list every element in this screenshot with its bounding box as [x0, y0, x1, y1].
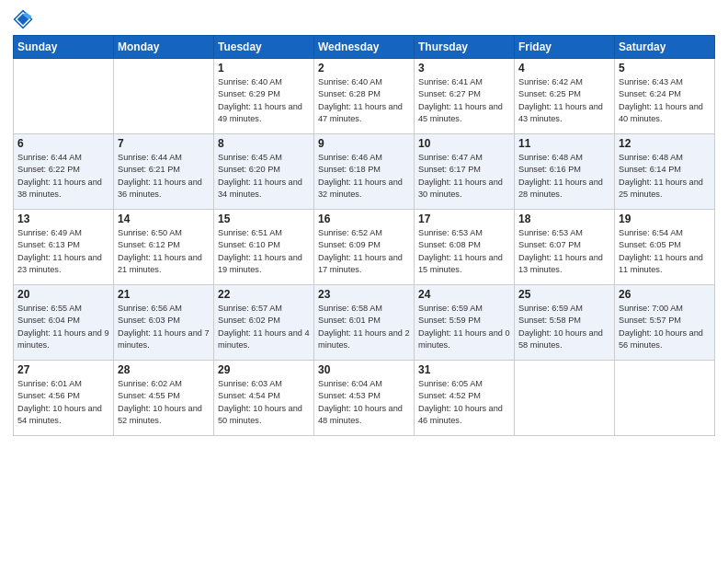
- day-number: 31: [418, 363, 510, 376]
- day-number: 13: [17, 213, 109, 225]
- calendar-cell: 28Sunrise: 6:02 AMSunset: 4:55 PMDayligh…: [114, 361, 214, 436]
- calendar-cell: [615, 361, 715, 436]
- day-number: 15: [218, 213, 310, 225]
- day-info: Sunrise: 6:02 AMSunset: 4:55 PMDaylight:…: [118, 378, 210, 427]
- day-info: Sunrise: 6:41 AMSunset: 6:27 PMDaylight:…: [418, 76, 510, 125]
- weekday-header-monday: Monday: [114, 36, 214, 59]
- weekday-header-sunday: Sunday: [14, 36, 114, 59]
- day-info: Sunrise: 6:53 AMSunset: 6:08 PMDaylight:…: [418, 227, 510, 276]
- week-row-4: 20Sunrise: 6:55 AMSunset: 6:04 PMDayligh…: [14, 285, 715, 361]
- calendar-cell: 26Sunrise: 7:00 AMSunset: 5:57 PMDayligh…: [615, 285, 715, 361]
- week-row-5: 27Sunrise: 6:01 AMSunset: 4:56 PMDayligh…: [14, 361, 715, 436]
- day-info: Sunrise: 6:52 AMSunset: 6:09 PMDaylight:…: [318, 227, 410, 276]
- weekday-header-thursday: Thursday: [415, 36, 515, 59]
- day-info: Sunrise: 6:03 AMSunset: 4:54 PMDaylight:…: [218, 378, 310, 427]
- day-number: 27: [17, 363, 109, 376]
- day-number: 29: [218, 363, 310, 376]
- day-number: 9: [318, 137, 410, 150]
- day-number: 10: [418, 137, 510, 150]
- day-info: Sunrise: 6:48 AMSunset: 6:14 PMDaylight:…: [619, 152, 711, 201]
- calendar-cell: 8Sunrise: 6:45 AMSunset: 6:20 PMDaylight…: [214, 134, 314, 210]
- calendar-cell: 6Sunrise: 6:44 AMSunset: 6:22 PMDaylight…: [14, 134, 114, 210]
- week-row-3: 13Sunrise: 6:49 AMSunset: 6:13 PMDayligh…: [14, 210, 715, 285]
- day-number: 12: [619, 137, 711, 150]
- week-row-1: 1Sunrise: 6:40 AMSunset: 6:29 PMDaylight…: [14, 59, 715, 134]
- calendar-cell: [14, 59, 114, 134]
- day-info: Sunrise: 6:47 AMSunset: 6:17 PMDaylight:…: [418, 152, 510, 201]
- calendar-body: 1Sunrise: 6:40 AMSunset: 6:29 PMDaylight…: [14, 59, 715, 436]
- day-number: 2: [318, 62, 410, 75]
- day-info: Sunrise: 6:59 AMSunset: 5:58 PMDaylight:…: [518, 303, 610, 351]
- day-info: Sunrise: 6:40 AMSunset: 6:29 PMDaylight:…: [218, 76, 310, 125]
- day-info: Sunrise: 6:40 AMSunset: 6:28 PMDaylight:…: [318, 76, 410, 125]
- calendar-cell: 18Sunrise: 6:53 AMSunset: 6:07 PMDayligh…: [515, 210, 615, 285]
- calendar-cell: 1Sunrise: 6:40 AMSunset: 6:29 PMDaylight…: [214, 59, 314, 134]
- calendar-cell: 3Sunrise: 6:41 AMSunset: 6:27 PMDaylight…: [415, 59, 515, 134]
- day-number: 8: [218, 137, 310, 150]
- day-info: Sunrise: 6:51 AMSunset: 6:10 PMDaylight:…: [218, 227, 310, 276]
- header: [13, 9, 715, 29]
- day-number: 17: [418, 213, 510, 225]
- logo: [13, 9, 37, 29]
- calendar-cell: 15Sunrise: 6:51 AMSunset: 6:10 PMDayligh…: [214, 210, 314, 285]
- calendar-header: SundayMondayTuesdayWednesdayThursdayFrid…: [14, 36, 715, 59]
- day-number: 30: [318, 363, 410, 376]
- day-info: Sunrise: 6:58 AMSunset: 6:01 PMDaylight:…: [318, 303, 410, 351]
- day-number: 5: [619, 62, 711, 75]
- day-info: Sunrise: 6:44 AMSunset: 6:22 PMDaylight:…: [17, 152, 109, 201]
- day-number: 23: [318, 288, 410, 301]
- calendar-cell: 17Sunrise: 6:53 AMSunset: 6:08 PMDayligh…: [415, 210, 515, 285]
- day-info: Sunrise: 6:04 AMSunset: 4:53 PMDaylight:…: [318, 378, 410, 427]
- calendar-cell: 13Sunrise: 6:49 AMSunset: 6:13 PMDayligh…: [14, 210, 114, 285]
- day-info: Sunrise: 6:46 AMSunset: 6:18 PMDaylight:…: [318, 152, 410, 201]
- calendar-cell: 5Sunrise: 6:43 AMSunset: 6:24 PMDaylight…: [615, 59, 715, 134]
- day-number: 3: [418, 62, 510, 75]
- calendar-cell: 31Sunrise: 6:05 AMSunset: 4:52 PMDayligh…: [415, 361, 515, 436]
- calendar-cell: 7Sunrise: 6:44 AMSunset: 6:21 PMDaylight…: [114, 134, 214, 210]
- calendar-cell: 12Sunrise: 6:48 AMSunset: 6:14 PMDayligh…: [615, 134, 715, 210]
- calendar-cell: 24Sunrise: 6:59 AMSunset: 5:59 PMDayligh…: [415, 285, 515, 361]
- page: SundayMondayTuesdayWednesdayThursdayFrid…: [0, 0, 728, 563]
- day-number: 11: [518, 137, 610, 150]
- calendar-cell: 14Sunrise: 6:50 AMSunset: 6:12 PMDayligh…: [114, 210, 214, 285]
- day-info: Sunrise: 6:01 AMSunset: 4:56 PMDaylight:…: [17, 378, 109, 427]
- day-info: Sunrise: 6:44 AMSunset: 6:21 PMDaylight:…: [118, 152, 210, 201]
- day-info: Sunrise: 6:57 AMSunset: 6:02 PMDaylight:…: [218, 303, 310, 351]
- calendar-cell: 2Sunrise: 6:40 AMSunset: 6:28 PMDaylight…: [314, 59, 415, 134]
- calendar-cell: 20Sunrise: 6:55 AMSunset: 6:04 PMDayligh…: [14, 285, 114, 361]
- weekday-header-wednesday: Wednesday: [314, 36, 415, 59]
- calendar-cell: 9Sunrise: 6:46 AMSunset: 6:18 PMDaylight…: [314, 134, 415, 210]
- day-number: 20: [17, 288, 109, 301]
- day-info: Sunrise: 6:42 AMSunset: 6:25 PMDaylight:…: [518, 76, 610, 125]
- calendar-cell: 29Sunrise: 6:03 AMSunset: 4:54 PMDayligh…: [214, 361, 314, 436]
- logo-icon: [13, 9, 33, 29]
- weekday-header-saturday: Saturday: [615, 36, 715, 59]
- day-number: 24: [418, 288, 510, 301]
- day-info: Sunrise: 6:56 AMSunset: 6:03 PMDaylight:…: [118, 303, 210, 351]
- weekday-header-tuesday: Tuesday: [214, 36, 314, 59]
- calendar-cell: [515, 361, 615, 436]
- calendar-table: SundayMondayTuesdayWednesdayThursdayFrid…: [13, 35, 715, 436]
- day-number: 21: [118, 288, 210, 301]
- day-number: 18: [518, 213, 610, 225]
- day-number: 25: [518, 288, 610, 301]
- day-number: 19: [619, 213, 711, 225]
- day-number: 26: [619, 288, 711, 301]
- day-number: 28: [118, 363, 210, 376]
- day-number: 14: [118, 213, 210, 225]
- day-info: Sunrise: 6:55 AMSunset: 6:04 PMDaylight:…: [17, 303, 109, 351]
- day-number: 16: [318, 213, 410, 225]
- day-info: Sunrise: 6:48 AMSunset: 6:16 PMDaylight:…: [518, 152, 610, 201]
- day-info: Sunrise: 7:00 AMSunset: 5:57 PMDaylight:…: [619, 303, 711, 351]
- day-info: Sunrise: 6:54 AMSunset: 6:05 PMDaylight:…: [619, 227, 711, 276]
- day-info: Sunrise: 6:45 AMSunset: 6:20 PMDaylight:…: [218, 152, 310, 201]
- day-info: Sunrise: 6:05 AMSunset: 4:52 PMDaylight:…: [418, 378, 510, 427]
- day-info: Sunrise: 6:53 AMSunset: 6:07 PMDaylight:…: [518, 227, 610, 276]
- calendar-cell: 22Sunrise: 6:57 AMSunset: 6:02 PMDayligh…: [214, 285, 314, 361]
- day-info: Sunrise: 6:59 AMSunset: 5:59 PMDaylight:…: [418, 303, 510, 351]
- day-info: Sunrise: 6:50 AMSunset: 6:12 PMDaylight:…: [118, 227, 210, 276]
- calendar-cell: 4Sunrise: 6:42 AMSunset: 6:25 PMDaylight…: [515, 59, 615, 134]
- day-info: Sunrise: 6:43 AMSunset: 6:24 PMDaylight:…: [619, 76, 711, 125]
- calendar-cell: 23Sunrise: 6:58 AMSunset: 6:01 PMDayligh…: [314, 285, 415, 361]
- day-number: 4: [518, 62, 610, 75]
